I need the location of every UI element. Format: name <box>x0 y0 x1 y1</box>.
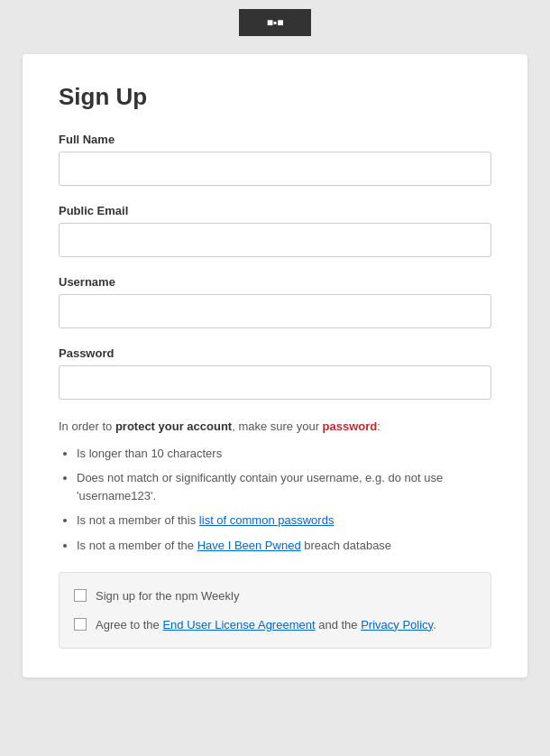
password-info-intro-start: In order to <box>59 419 115 433</box>
npm-logo: ■▪■ <box>239 9 311 36</box>
terms-label: Agree to the End User License Agreement … <box>96 616 436 634</box>
requirement-hibp: Is not a member of the Have I Been Pwned… <box>77 537 491 555</box>
username-label: Username <box>59 275 491 289</box>
full-name-field-group: Full Name <box>59 133 491 186</box>
public-email-label: Public Email <box>59 204 491 217</box>
page-title: Sign Up <box>59 83 491 111</box>
username-field-group: Username <box>59 275 491 328</box>
full-name-label: Full Name <box>59 133 491 146</box>
privacy-policy-link[interactable]: Privacy Policy <box>361 618 433 632</box>
username-input[interactable] <box>59 294 491 328</box>
requirement-length: Is longer than 10 characters <box>77 445 491 463</box>
eula-link[interactable]: End User License Agreement <box>162 618 315 632</box>
password-info-bold: protect your account <box>115 419 232 433</box>
password-info-middle: , make sure your <box>232 419 322 433</box>
password-label: Password <box>59 346 491 360</box>
logo-area: ■▪■ <box>0 0 550 36</box>
password-info-section: In order to protect your account, make s… <box>59 418 491 554</box>
newsletter-row: Sign up for the npm Weekly <box>74 587 476 605</box>
terms-row: Agree to the End User License Agreement … <box>74 616 476 634</box>
signup-card: Sign Up Full Name Public Email Username … <box>23 54 527 678</box>
public-email-field-group: Public Email <box>59 204 491 257</box>
password-requirements-list: Is longer than 10 characters Does not ma… <box>59 445 491 555</box>
public-email-input[interactable] <box>59 223 491 257</box>
password-info-end: : <box>377 419 380 433</box>
checkbox-section: Sign up for the npm Weekly Agree to the … <box>59 572 491 649</box>
full-name-input[interactable] <box>59 152 491 186</box>
password-field-group: Password <box>59 346 491 400</box>
hibp-link[interactable]: Have I Been Pwned <box>197 539 301 552</box>
common-passwords-link[interactable]: list of common passwords <box>199 513 335 527</box>
password-info-red: password <box>323 419 378 433</box>
password-input[interactable] <box>59 365 491 400</box>
requirement-common-passwords: Is not a member of this list of common p… <box>77 512 491 530</box>
requirement-username: Does not match or significantly contain … <box>77 469 491 504</box>
newsletter-label: Sign up for the npm Weekly <box>96 587 239 605</box>
terms-checkbox[interactable] <box>74 618 87 631</box>
newsletter-checkbox[interactable] <box>74 589 87 602</box>
